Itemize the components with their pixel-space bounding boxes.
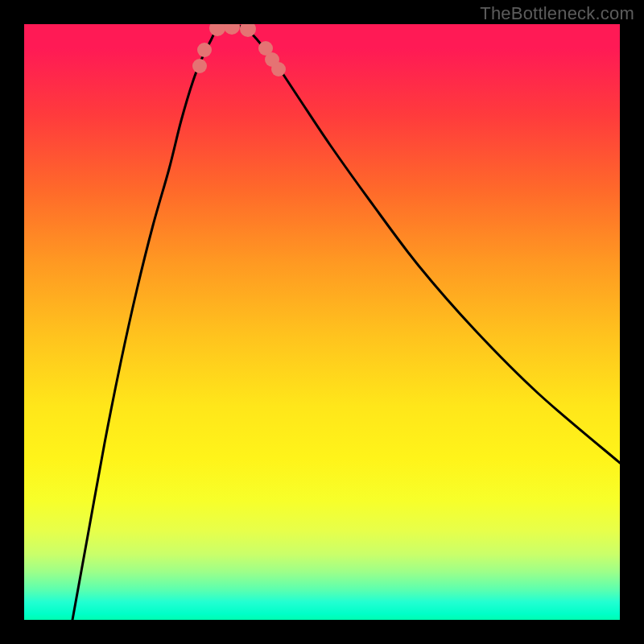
curve-marker	[197, 43, 212, 57]
curve-marker	[209, 24, 225, 36]
chart-frame: TheBottleneck.com	[0, 0, 644, 644]
plot-area	[24, 24, 620, 620]
curve-markers	[192, 24, 286, 76]
watermark-text: TheBottleneck.com	[480, 3, 634, 24]
curve-marker	[271, 62, 286, 76]
curve-marker	[192, 59, 207, 73]
bottleneck-curve	[72, 26, 620, 620]
chart-svg	[24, 24, 620, 620]
curve-marker	[224, 24, 240, 35]
